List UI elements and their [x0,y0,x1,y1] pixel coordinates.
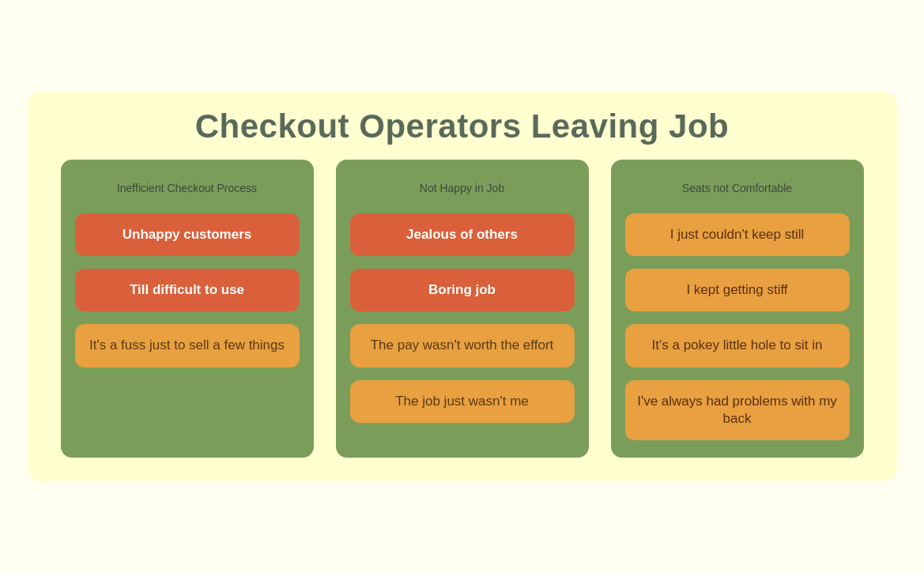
card-col2-1[interactable]: Boring job [350,269,575,311]
card-col1-2[interactable]: It's a fuss just to sell a few things [75,324,300,367]
column-col3: Seats not ComfortableI just couldn't kee… [611,160,864,457]
column-col2: Not Happy in JobJealous of othersBoring … [336,160,589,457]
page-title: Checkout Operators Leaving Job [51,107,873,145]
card-col1-1[interactable]: Till difficult to use [75,269,300,311]
column-label-col3: Seats not Comfortable [625,174,850,202]
card-col2-0[interactable]: Jealous of others [350,213,575,256]
card-col1-0[interactable]: Unhappy customers [75,213,300,256]
card-col3-0[interactable]: I just couldn't keep still [625,213,850,256]
columns-row: Inefficient Checkout ProcessUnhappy cust… [51,160,873,457]
card-col3-1[interactable]: I kept getting stiff [625,269,850,311]
card-col2-2[interactable]: The pay wasn't worth the effort [350,324,575,367]
column-label-col2: Not Happy in Job [350,174,575,202]
column-label-col1: Inefficient Checkout Process [75,174,300,202]
card-col3-3[interactable]: I've always had problems with my back [625,380,850,440]
card-col2-3[interactable]: The job just wasn't me [350,380,575,423]
column-col1: Inefficient Checkout ProcessUnhappy cust… [61,160,314,457]
page-wrapper: Checkout Operators Leaving Job Inefficie… [28,92,897,481]
card-col3-2[interactable]: It's a pokey little hole to sit in [625,324,850,367]
